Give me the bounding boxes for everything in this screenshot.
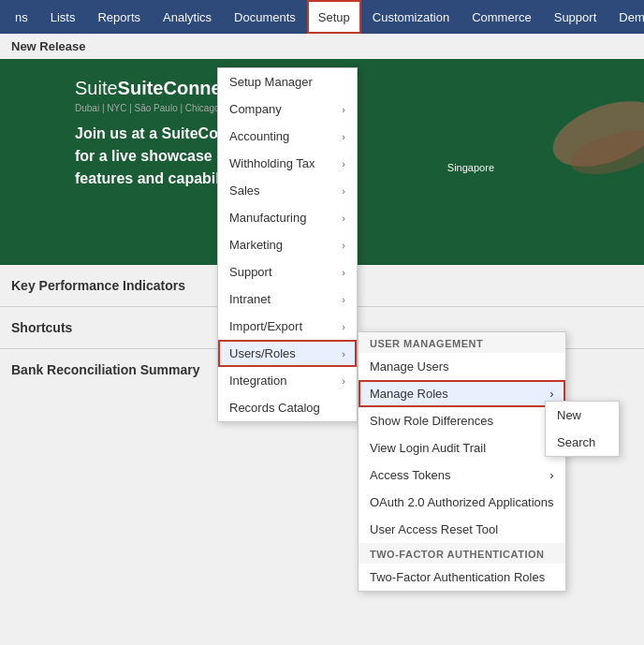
nav-item-ns[interactable]: ns (4, 0, 39, 34)
nav-item-setup[interactable]: Setup (307, 0, 361, 34)
chevron-right-icon: › (342, 131, 345, 142)
menu-company[interactable]: Company › (218, 95, 357, 123)
chevron-right-icon: › (342, 185, 345, 197)
chevron-right-icon: › (342, 267, 345, 278)
menu-manufacturing[interactable]: Manufacturing › (218, 204, 357, 231)
menu-marketing[interactable]: Marketing › (218, 231, 357, 258)
menu-import-export[interactable]: Import/Export › (218, 313, 357, 340)
nav-item-analytics[interactable]: Analytics (152, 0, 223, 34)
manage-roles-new[interactable]: New (546, 402, 619, 429)
chevron-right-icon: › (342, 213, 345, 224)
submenu-manage-users[interactable]: Manage Users (359, 353, 565, 380)
top-navigation: ns Lists Reports Analytics Documents Set… (0, 0, 644, 34)
menu-support[interactable]: Support › (218, 258, 357, 286)
menu-integration[interactable]: Integration › (218, 367, 357, 394)
menu-intranet[interactable]: Intranet › (218, 286, 357, 313)
manage-roles-search[interactable]: Search (546, 429, 619, 456)
submenu-show-role-differences[interactable]: Show Role Differences (359, 407, 565, 434)
chevron-right-icon: › (342, 375, 345, 387)
submenu-two-factor-roles[interactable]: Two-Factor Authentication Roles (359, 564, 565, 591)
nav-item-reports[interactable]: Reports (86, 0, 152, 34)
menu-records-catalog[interactable]: Records Catalog (218, 394, 357, 421)
chevron-right-icon: › (549, 468, 553, 482)
nav-item-commerce[interactable]: Commerce (461, 0, 543, 34)
menu-withholding-tax[interactable]: Withholding Tax › (218, 150, 357, 177)
nav-item-lists[interactable]: Lists (39, 0, 87, 34)
menu-accounting[interactable]: Accounting › (218, 123, 357, 150)
menu-sales[interactable]: Sales › (218, 177, 357, 204)
chevron-right-icon: › (342, 158, 345, 169)
submenu-user-access-reset[interactable]: User Access Reset Tool (359, 516, 565, 543)
users-roles-submenu: USER MANAGEMENT Manage Users Manage Role… (358, 331, 566, 592)
user-management-header: USER MANAGEMENT (359, 332, 565, 353)
new-release-label: New Release (0, 34, 644, 59)
main-content: New Release SuiteSuiteConnect Dubai | NY… (0, 34, 644, 645)
nav-item-support[interactable]: Support (543, 0, 608, 34)
chevron-right-icon: › (342, 240, 345, 251)
nav-item-demo-framework[interactable]: Demo Framework (607, 0, 644, 34)
nav-item-documents[interactable]: Documents (223, 0, 307, 34)
chevron-right-icon: › (342, 348, 345, 359)
chevron-right-icon: › (342, 104, 345, 115)
manage-roles-submenu: New Search (545, 401, 620, 457)
chevron-right-icon: › (342, 321, 345, 332)
submenu-oauth[interactable]: OAuth 2.0 Authorized Applications (359, 489, 565, 516)
nav-item-customization[interactable]: Customization (361, 0, 461, 34)
setup-dropdown: Setup Manager Company › Accounting › Wit… (217, 67, 358, 422)
submenu-access-tokens[interactable]: Access Tokens › (359, 462, 565, 489)
singapore-label: Singapore (447, 162, 494, 173)
two-factor-header: TWO-FACTOR AUTHENTICATION (359, 543, 565, 564)
submenu-manage-roles[interactable]: Manage Roles › (359, 380, 565, 407)
submenu-view-login-audit[interactable]: View Login Audit Trail (359, 434, 565, 462)
menu-setup-manager[interactable]: Setup Manager (218, 68, 357, 95)
chevron-right-icon: › (342, 294, 345, 305)
chevron-right-icon: › (549, 387, 553, 401)
menu-users-roles[interactable]: Users/Roles › (218, 340, 357, 367)
